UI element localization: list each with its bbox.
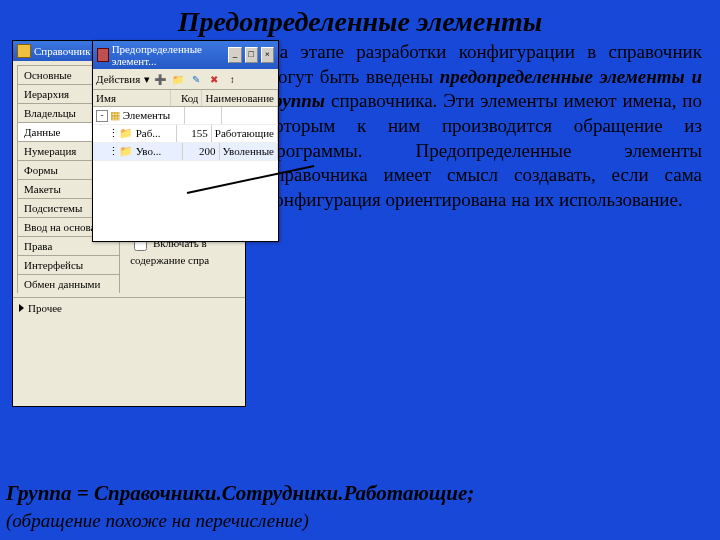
content-row: Справочник ФизическиеЛица _ □ × Основные…	[0, 40, 720, 410]
grid-header: Имя Код Наименование	[93, 90, 278, 107]
description-text: На этапе разработки конфигурации в справ…	[262, 40, 712, 410]
tab-interfeisy[interactable]: Интерфейсы	[17, 255, 120, 274]
row-code: 155	[177, 125, 211, 142]
row-code: 200	[183, 143, 219, 160]
predefined-titlebar: Предопределенные элемент... _ □ ×	[93, 41, 278, 69]
table-row[interactable]: ⋮📁 Уво... 200 Уволенные	[93, 143, 278, 161]
add-item-icon[interactable]: ➕	[152, 71, 168, 87]
book-icon	[97, 48, 109, 62]
edit-icon[interactable]: ✎	[188, 71, 204, 87]
prochee-row[interactable]: Прочее	[13, 297, 245, 318]
predefined-grid: Имя Код Наименование -▦ Элементы ⋮📁 Раб.…	[93, 90, 278, 161]
col-desc[interactable]: Наименование	[202, 90, 278, 106]
folder-icon: 📁	[119, 127, 133, 139]
move-icon[interactable]: ↕	[224, 71, 240, 87]
add-group-icon[interactable]: 📁	[170, 71, 186, 87]
predefined-toolbar: Действия ▾ ➕ 📁 ✎ ✖ ↕	[93, 69, 278, 90]
row-desc: Работающие	[212, 125, 278, 142]
row-desc	[222, 107, 278, 124]
prochee-label: Прочее	[28, 302, 62, 314]
actions-menu[interactable]: Действия	[96, 73, 140, 85]
col-code[interactable]: Код	[171, 90, 203, 106]
row-name: Раб...	[136, 127, 161, 139]
win2-close-button[interactable]: ×	[261, 47, 274, 63]
folder-icon: 📁	[119, 145, 133, 157]
win2-min-button[interactable]: _	[228, 47, 241, 63]
slide: Предопределенные элементы Справочник Физ…	[0, 0, 720, 540]
table-row[interactable]: ⋮📁 Раб... 155 Работающие	[93, 125, 278, 143]
col-name[interactable]: Имя	[93, 90, 171, 106]
expand-icon	[19, 304, 24, 312]
folder-icon: ▦	[110, 109, 120, 121]
row-name: Элементы	[123, 109, 170, 121]
code-note: (обращение похоже на перечисление)	[6, 510, 309, 532]
collapse-icon[interactable]: -	[96, 110, 108, 122]
para-part2: справочника. Эти элементы имеют имена, п…	[266, 90, 702, 210]
slide-title: Предопределенные элементы	[0, 0, 720, 40]
cube-icon	[17, 44, 31, 58]
tab-obmen[interactable]: Обмен данными	[17, 274, 120, 293]
row-code	[185, 107, 222, 124]
code-example: Группа = Справочники.Сотрудники.Работающ…	[6, 481, 474, 506]
predefined-title-text: Предопределенные элемент...	[112, 43, 223, 67]
predefined-window: Предопределенные элемент... _ □ × Действ…	[92, 40, 279, 242]
win2-max-button[interactable]: □	[245, 47, 258, 63]
row-name: Уво...	[136, 145, 161, 157]
screenshot-area: Справочник ФизическиеЛица _ □ × Основные…	[12, 40, 262, 410]
table-row[interactable]: -▦ Элементы	[93, 107, 278, 125]
delete-icon[interactable]: ✖	[206, 71, 222, 87]
row-desc: Уволенные	[220, 143, 278, 160]
